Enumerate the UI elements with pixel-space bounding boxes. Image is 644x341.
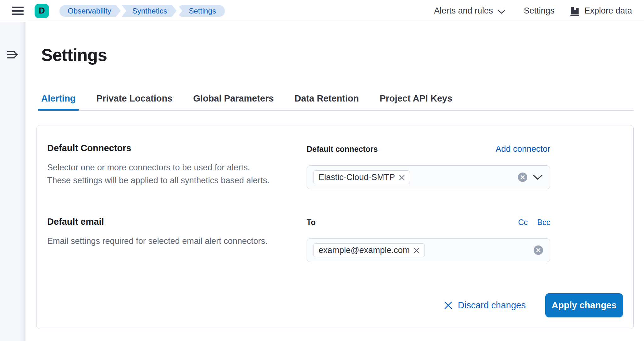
cross-icon [444,301,452,310]
alerts-and-rules-menu[interactable]: Alerts and rules [434,5,506,16]
avatar[interactable]: D [35,4,49,18]
breadcrumb-settings[interactable]: Settings [177,5,225,17]
default-connectors-field-label: Default connectors [307,145,378,154]
default-email-description: Email settings required for selected ema… [47,235,271,248]
apply-changes-button[interactable]: Apply changes [545,293,623,317]
add-connector-link[interactable]: Add connector [496,144,550,154]
breadcrumb: Observability Synthetics Settings [59,5,225,17]
discard-changes-button[interactable]: Discard changes [444,300,526,311]
cc-link[interactable]: Cc [518,218,528,227]
top-header-bar: D Observability Synthetics Settings Aler… [0,0,644,22]
to-field-label: To [307,218,316,227]
collapsed-sidebar [0,22,25,341]
alerting-settings-panel: Default Connectors Selector one or more … [36,125,634,329]
breadcrumb-synthetics[interactable]: Synthetics [122,5,177,17]
default-email-row: Default email Email settings required fo… [47,216,623,262]
settings-tabs: Alerting Private Locations Global Parame… [41,93,634,111]
default-connectors-heading: Default Connectors [47,142,271,154]
explore-data-link[interactable]: Explore data [570,6,632,16]
tab-private-locations[interactable]: Private Locations [97,93,173,110]
default-email-heading: Default email [47,216,271,227]
page-title: Settings [41,45,644,65]
email-badge-label: example@example.com [319,245,410,255]
clear-connectors-icon[interactable] [518,173,527,182]
default-connectors-row: Default Connectors Selector one or more … [47,142,623,189]
tab-project-api-keys[interactable]: Project API Keys [380,93,452,110]
header-settings-link[interactable]: Settings [524,6,555,16]
header-actions: Alerts and rules Settings Explore data [434,5,632,16]
clear-emails-icon[interactable] [534,245,543,255]
breadcrumb-observability[interactable]: Observability [59,5,121,17]
email-to-combobox[interactable]: example@example.com [307,238,550,262]
remove-connector-icon[interactable] [399,175,405,180]
tab-alerting[interactable]: Alerting [41,93,76,110]
chevron-down-icon [497,7,506,16]
remove-email-icon[interactable] [414,248,419,253]
connectors-dropdown-caret-icon[interactable] [532,174,543,181]
alerts-and-rules-label: Alerts and rules [434,6,493,16]
bcc-link[interactable]: Bcc [537,218,550,227]
connector-badge: Elastic-Cloud-SMTP [313,170,410,184]
bar-chart-icon [570,6,580,16]
default-connectors-combobox[interactable]: Elastic-Cloud-SMTP [307,165,550,189]
main-content: Settings Alerting Private Locations Glob… [25,22,644,341]
expand-sidebar-icon[interactable] [7,50,19,60]
email-badge: example@example.com [313,243,425,257]
default-connectors-description: Selector one or more connectors to be us… [47,161,271,187]
hamburger-menu-icon[interactable] [12,7,24,15]
panel-actions: Discard changes Apply changes [444,293,623,317]
tab-data-retention[interactable]: Data Retention [295,93,359,110]
connector-badge-label: Elastic-Cloud-SMTP [319,173,395,182]
tab-global-parameters[interactable]: Global Parameters [193,93,274,110]
